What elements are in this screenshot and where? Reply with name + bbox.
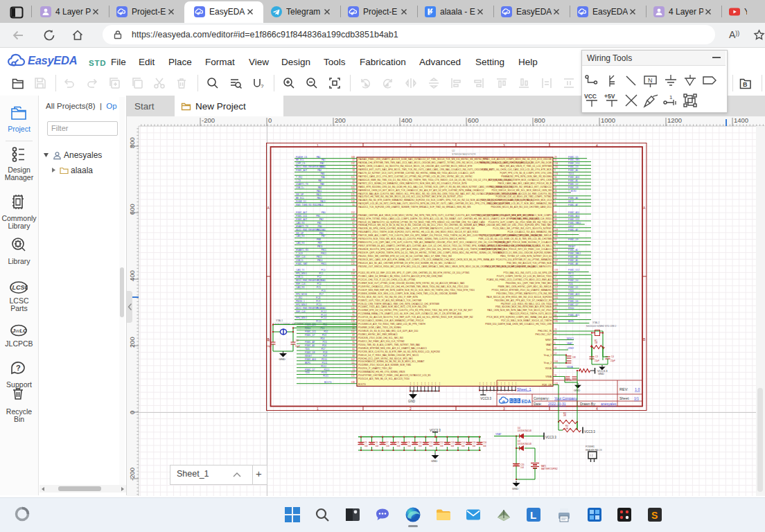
svg-text:PB11: PB11 bbox=[322, 249, 327, 251]
svg-text:C16: C16 bbox=[483, 441, 487, 444]
svg-text:Sheet_1: Sheet_1 bbox=[517, 387, 531, 391]
svg-text:TDI0: TDI0 bbox=[305, 371, 310, 374]
svg-text:PC0: PC0 bbox=[321, 269, 325, 272]
svg-text:VCC3.3: VCC3.3 bbox=[584, 430, 595, 434]
svg-text:PD7CRS_MCK_CLKOTG_SD_B_ETR_REF: PD7CRS_MCK_CLKOTG_SD_B_ETR_REF_G0_SD_INT… bbox=[358, 351, 440, 353]
svg-text:70: 70 bbox=[353, 183, 355, 186]
svg-text:104: 104 bbox=[419, 445, 422, 447]
svg-text:NRST1: NRST1 bbox=[567, 337, 574, 340]
svg-text:55: 55 bbox=[554, 159, 557, 161]
svg-text:PA19_WS_A16_VBUS_IT_TIM5_D1_LC: PA19_WS_A16_VBUS_IT_TIM5_D1_LCD_BTRTIM8 bbox=[500, 165, 552, 168]
svg-text:104: 104 bbox=[429, 445, 432, 447]
svg-text:165: 165 bbox=[554, 179, 558, 182]
svg-text:PMCK_CAN3_BA0_BK1_CAN3_MDC_PIX: PMCK_CAN3_BA0_BK1_CAN3_MDC_PIXCLK_SD_B bbox=[498, 182, 552, 185]
svg-text:PB7SDOOTG_NCE_TXD0_WK_MCK_SDA_: PB7SDOOTG_NCE_TXD0_WK_MCK_SDA_U2_CLKOTG_… bbox=[358, 238, 466, 240]
svg-text:PD14: PD14 bbox=[322, 371, 327, 374]
svg-text:TDI0: TDI0 bbox=[568, 283, 573, 285]
svg-text:10: 10 bbox=[554, 204, 557, 206]
svg-text:36: 36 bbox=[353, 293, 355, 296]
svg-text:FSMC_NBT: FSMC_NBT bbox=[296, 263, 308, 265]
svg-text:101: 101 bbox=[351, 259, 355, 262]
svg-text:PB13SCK_MIC_CAN1_SOF_A23_ETH_S: PB13SCK_MIC_CAN1_SOF_A23_ETH_SMBA_OUT_CO… bbox=[358, 258, 495, 261]
svg-text:LED1: LED1 bbox=[568, 276, 574, 278]
svg-text:FSMC_D4: FSMC_D4 bbox=[568, 279, 579, 282]
svg-text:PC8INT2_ULPI_TXD1_R7_A16_IN3_W: PC8INT2_ULPI_TXD1_R7_A16_IN3_WRDAC1_TCK_… bbox=[358, 299, 421, 302]
svg-text:VSS: VSS bbox=[486, 382, 488, 385]
svg-text:143: 143 bbox=[554, 382, 558, 385]
svg-text:95: 95 bbox=[353, 283, 355, 285]
svg-text:PA5TXD1_CAN1_I2C1_OTG_INT2_CLK: PA5TXD1_CAN1_I2C1_OTG_INT2_CLKTIM2_U2_LP… bbox=[358, 175, 473, 178]
svg-text:GND: GND bbox=[512, 487, 518, 490]
svg-text:PC2: PC2 bbox=[317, 276, 322, 278]
svg-text:VSS: VSS bbox=[431, 382, 433, 385]
svg-text:PA2: PA2 bbox=[320, 162, 324, 165]
svg-text:VSS: VSS bbox=[490, 382, 492, 385]
svg-text:PC5SOF_NSS_RMII_REF_HS_INTN_D0: PC5SOF_NSS_RMII_REF_HS_INTN_D0BTH_NCE_R3… bbox=[358, 289, 475, 292]
svg-text:PC2CLK_CH4_TCK_IT_D2_DV_CH1N_L: PC2CLK_CH4_TCK_IT_D2_DV_CH1N_LCD_B5_LPTI… bbox=[358, 278, 416, 281]
svg-text:41: 41 bbox=[554, 215, 557, 218]
svg-text:FSMC_A4: FSMC_A4 bbox=[568, 197, 579, 200]
svg-text:FSMC_A13: FSMC_A13 bbox=[568, 293, 579, 296]
svg-text:POUT1_COMP1_VSYNC_D2_LCD_B5_SW: POUT1_COMP1_VSYNC_D2_LCD_B5_SWCLK_TXD1 bbox=[497, 275, 552, 278]
svg-text:PTXD1_CLE_ADC123_COMP1_MDIO_IN: PTXD1_CLE_ADC123_COMP1_MDIO_IN4_G0_I2C3_… bbox=[483, 158, 552, 161]
svg-text:PC4: PC4 bbox=[317, 283, 321, 285]
svg-text:FSMC_A3: FSMC_A3 bbox=[568, 256, 579, 258]
svg-text:PB2: PB2 bbox=[319, 218, 324, 221]
svg-text:LED2: LED2 bbox=[568, 225, 574, 228]
svg-text:BATTERY20PIN2: BATTERY20PIN2 bbox=[541, 468, 558, 470]
svg-text:RGMII_D1: RGMII_D1 bbox=[296, 200, 306, 203]
svg-text:PA11: PA11 bbox=[317, 193, 322, 196]
svg-text:52: 52 bbox=[554, 197, 557, 200]
svg-text:FSMC_A14: FSMC_A14 bbox=[568, 215, 579, 218]
svg-text:PB14: PB14 bbox=[317, 259, 323, 262]
svg-text:FPU_MISO: FPU_MISO bbox=[296, 272, 307, 275]
svg-text:QSPI_CS: QSPI_CS bbox=[296, 162, 305, 165]
svg-text:C14: C14 bbox=[461, 441, 466, 444]
svg-text:PA14I2C1_TCK_SQFI2S3_CRS_USART: PA14I2C1_TCK_SQFI2S3_CRS_USART2_SDNWE_TX… bbox=[358, 206, 471, 209]
svg-text:PALE_SDCLK_D6_ETH_RXD1_WK_IN2_: PALE_SDCLK_D6_ETH_RXD1_WK_IN2_I2C3_SDCLK… bbox=[486, 296, 552, 299]
svg-text:PH1-OSC_OUT: PH1-OSC_OUT bbox=[536, 333, 552, 336]
svg-text:63: 63 bbox=[554, 238, 557, 241]
svg-text:PD6: PD6 bbox=[322, 344, 326, 347]
svg-text:2022-10-31: 2022-10-31 bbox=[548, 402, 566, 406]
svg-text:200: 200 bbox=[128, 337, 136, 348]
svg-text:USART1_TX: USART1_TX bbox=[296, 183, 308, 186]
svg-text:PB10: PB10 bbox=[317, 245, 323, 248]
svg-text:PC9: PC9 bbox=[316, 300, 320, 303]
svg-text:FSMC_D8: FSMC_D8 bbox=[305, 351, 315, 354]
svg-text:FSMC_D3: FSMC_D3 bbox=[568, 166, 579, 168]
svg-text:PC6NSS_SDNWE_SCK_NSS_LCD_COMP1: PC6NSS_SDNWE_SCK_NSS_LCD_COMP1_NOE_SDA_C… bbox=[358, 292, 457, 295]
svg-text:PA4CTS_D2_NJTRST_I2C3_OUT1_BTR: PA4CTS_D2_NJTRST_I2C3_OUT1_BTRTIM8_CLKTI… bbox=[358, 172, 475, 175]
svg-text:PB8SDOOTG_LCD_QSPI_SAI1_CTS_UL: PB8SDOOTG_LCD_QSPI_SAI1_CTS_ULPI_CLKOTG_… bbox=[358, 241, 509, 244]
svg-text:PD11: PD11 bbox=[322, 362, 328, 364]
svg-text:LED3: LED3 bbox=[568, 296, 574, 299]
svg-text:400: 400 bbox=[128, 270, 136, 281]
svg-text:FSMC_D7: FSMC_D7 bbox=[568, 303, 579, 306]
svg-text:102: 102 bbox=[351, 358, 355, 361]
svg-text:PD3CKIN_JTDO_DCMI_CH4_SCL_NE1_: PD3CKIN_JTDO_DCMI_CH4_SCL_NE1_IN3 bbox=[358, 337, 403, 339]
svg-text:Vref+: Vref+ bbox=[546, 348, 552, 351]
svg-text:C15: C15 bbox=[473, 441, 477, 444]
svg-text:DIODE1N4148: DIODE1N4148 bbox=[518, 429, 531, 432]
svg-text:PC15SWCLK_A19_TDI_RXD0_TMS_CAN: PC15SWCLK_A19_TDI_RXD0_TMS_CAN3_LCD_B5_P… bbox=[358, 323, 426, 326]
svg-text:VSS: VSS bbox=[479, 382, 481, 385]
svg-text:PCAN1_SD_FSMC_I2C3_CLKTIM2_CTS: PCAN1_SD_FSMC_I2C3_CLKTIM2_CTS_MDIO_I2C1… bbox=[486, 278, 552, 281]
svg-text:PC3REF_NCE_OUT_LPTIM1_DCMI_CKD: PC3REF_NCE_OUT_LPTIM1_DCMI_CKDCMI_SDCKE0… bbox=[358, 282, 465, 285]
svg-text:6: 6 bbox=[554, 342, 556, 345]
svg-text:73: 73 bbox=[353, 365, 355, 368]
svg-text:PA8: PA8 bbox=[320, 183, 324, 186]
svg-text:PC9LCD_CRS_TXBTH_WRDAC1_RMII_C: PC9LCD_CRS_TXBTH_WRDAC1_RMII_CH1_INTN_CH… bbox=[358, 303, 439, 305]
svg-text:80: 80 bbox=[554, 176, 557, 179]
svg-text:104: 104 bbox=[461, 445, 465, 447]
svg-text:PSDNWE_QSPI_PIXCLK_NWE_SDCKE0_: PSDNWE_QSPI_PIXCLK_NWE_SDCKE0_IT_COLADC1 bbox=[495, 241, 552, 244]
svg-text:108: 108 bbox=[351, 200, 355, 203]
svg-text:2: 2 bbox=[410, 143, 412, 148]
svg-text:FSMC_D5: FSMC_D5 bbox=[568, 156, 579, 159]
svg-text:3: 3 bbox=[503, 407, 505, 411]
svg-text:28: 28 bbox=[554, 190, 557, 193]
svg-text:104: 104 bbox=[364, 445, 368, 447]
svg-text:PNSS_D10_D0BTH_SDA_CH1N_WK_COL: PNSS_D10_D0BTH_SDA_CH1N_WK_COLADC1_HS_TX… bbox=[485, 323, 552, 326]
svg-text:Sheet:: Sheet: bbox=[619, 396, 629, 400]
svg-text:PC7: PC7 bbox=[319, 293, 324, 296]
svg-text:PD10: PD10 bbox=[322, 358, 327, 361]
